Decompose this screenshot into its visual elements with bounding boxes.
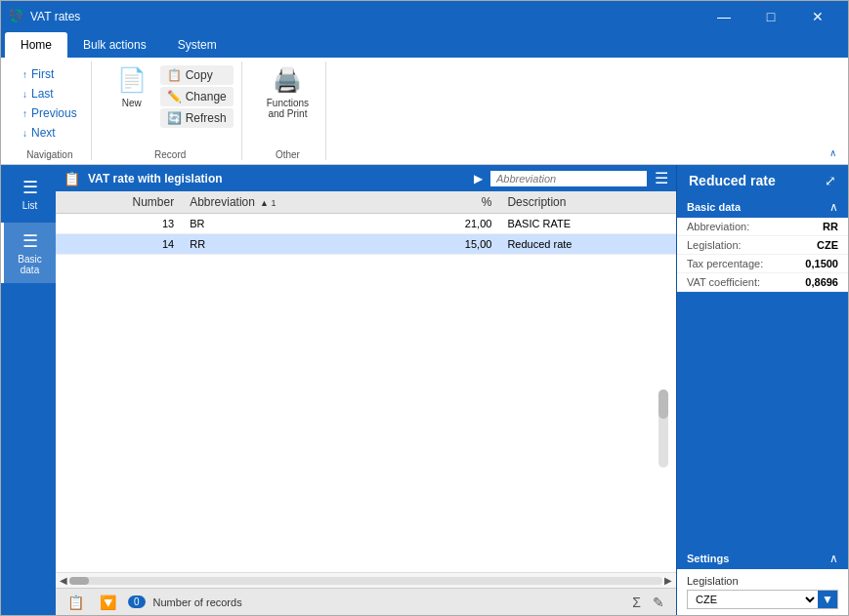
table-view-button[interactable]: 📋 — [64, 593, 88, 612]
ribbon-other-items: 🖨️ Functions and Print — [258, 62, 318, 145]
grid-search-input[interactable] — [490, 171, 647, 186]
ribbon-other-group: 🖨️ Functions and Print Other — [250, 62, 326, 160]
scroll-thumb[interactable] — [69, 577, 89, 585]
tab-system[interactable]: System — [162, 32, 233, 58]
legislation-select-wrap: CZE ▼ — [687, 590, 838, 609]
right-panel: Reduced rate ⤢ Basic data ∧ Abbreviation… — [676, 165, 848, 615]
grid-title: VAT rate with legislation — [88, 172, 466, 185]
cell-description: Reduced rate — [499, 234, 676, 255]
sidebar-item-basic-data[interactable]: ☰ Basic data — [1, 223, 56, 283]
grid-menu-button[interactable]: ☰ — [655, 169, 668, 187]
right-panel-spacer — [677, 292, 848, 548]
scroll-track[interactable] — [69, 577, 662, 585]
app-icon: 💱 — [9, 9, 24, 24]
first-button[interactable]: ↑ First — [17, 65, 83, 83]
scroll-right-icon[interactable]: ▶ — [664, 575, 672, 586]
edit-button[interactable]: ✎ — [649, 593, 668, 612]
table-header-row: Number Abbreviation ▲ 1 % Description — [56, 191, 676, 214]
change-button[interactable]: ✏️ Change — [160, 87, 233, 106]
right-basic-data-header: Basic data ∧ — [677, 196, 848, 218]
tax-percentage-label: Tax percentage: — [687, 258, 805, 269]
legislation-label: Legislation: — [687, 239, 817, 251]
right-settings-body: Legislation CZE ▼ — [677, 569, 848, 615]
refresh-button[interactable]: 🔄 Refresh — [160, 108, 233, 128]
right-settings-header: Settings ∧ — [677, 548, 848, 569]
table-row[interactable]: 14 RR 15,00 Reduced rate — [56, 234, 676, 255]
horizontal-scrollbar[interactable]: ◀ ▶ — [56, 572, 676, 588]
refresh-icon: 🔄 — [167, 111, 182, 125]
main-window: 💱 VAT rates — □ ✕ Home Bulk actions Syst… — [0, 0, 849, 616]
sidebar-item-list[interactable]: ☰ List — [1, 169, 56, 219]
cell-number: 13 — [56, 214, 182, 234]
legislation-select-dropdown-icon[interactable]: ▼ — [818, 591, 837, 608]
table-row[interactable]: 13 BR 21,00 BASIC RATE — [56, 214, 676, 234]
cell-abbreviation: BR — [182, 214, 405, 234]
cell-percent: 21,00 — [406, 214, 500, 234]
statusbar: 📋 🔽 0 Number of records Σ ✎ — [56, 588, 676, 615]
list-icon: ☰ — [22, 177, 38, 198]
new-button[interactable]: 📄 New — [107, 62, 156, 113]
functions-print-button[interactable]: 🖨️ Functions and Print — [258, 62, 318, 124]
grid-expand-icon[interactable]: ▶ — [474, 172, 483, 185]
close-button[interactable]: ✕ — [795, 1, 840, 32]
ribbon-record-items: 📄 New 📋 Copy ✏️ Change 🔄 Refresh — [107, 62, 233, 145]
abbreviation-value: RR — [823, 221, 838, 232]
tab-bar: Home Bulk actions System — [1, 32, 848, 58]
data-table: Number Abbreviation ▲ 1 % Description — [56, 191, 676, 255]
titlebar: 💱 VAT rates — □ ✕ — [1, 1, 848, 32]
window-controls: — □ ✕ — [701, 1, 840, 32]
print-icon: 🖨️ — [273, 66, 302, 94]
right-basic-data-title: Basic data — [687, 201, 741, 213]
col-number[interactable]: Number — [56, 191, 182, 214]
last-button[interactable]: ↓ Last — [17, 85, 83, 103]
right-panel-header: Reduced rate ⤢ — [677, 165, 848, 196]
first-icon: ↑ — [22, 69, 27, 80]
legislation-select[interactable]: CZE — [688, 591, 818, 608]
ribbon-collapse-button[interactable]: ∧ — [826, 145, 840, 160]
right-panel-external-icon[interactable]: ⤢ — [825, 173, 836, 188]
right-basic-data-collapse-icon[interactable]: ∧ — [829, 200, 838, 214]
right-row-legislation: Legislation: CZE — [677, 236, 848, 255]
change-icon: ✏️ — [167, 90, 182, 103]
copy-button[interactable]: 📋 Copy — [160, 65, 233, 85]
scroll-left-icon[interactable]: ◀ — [60, 575, 67, 586]
copy-icon: 📋 — [167, 68, 182, 82]
tax-percentage-value: 0,1500 — [805, 258, 838, 269]
next-button[interactable]: ↓ Next — [17, 124, 83, 142]
grid-header-icon: 📋 — [64, 171, 80, 186]
main-area: ☰ List ☰ Basic data 📋 VAT rate with legi… — [1, 165, 848, 615]
legislation-setting-label: Legislation — [687, 575, 838, 587]
content-area: 📋 VAT rate with legislation ▶ ☰ Number — [56, 165, 676, 615]
ribbon-navigation-group: ↑ First ↓ Last ↑ Previous ↓ Next — [9, 62, 92, 160]
sort-asc-icon: ▲ 1 — [260, 198, 276, 208]
tab-bulk-actions[interactable]: Bulk actions — [67, 32, 162, 58]
record-sub-buttons: 📋 Copy ✏️ Change 🔄 Refresh — [160, 62, 233, 132]
filter-count-badge: 0 — [128, 595, 146, 608]
col-percent[interactable]: % — [406, 191, 500, 214]
other-group-label: Other — [276, 145, 300, 160]
right-row-abbreviation: Abbreviation: RR — [677, 218, 848, 236]
navigation-group-label: Navigation — [26, 145, 72, 160]
col-description[interactable]: Description — [499, 191, 676, 214]
legislation-value: CZE — [817, 239, 838, 251]
new-icon: 📄 — [117, 66, 147, 94]
right-settings-collapse-icon[interactable]: ∧ — [829, 552, 838, 565]
sum-button[interactable]: Σ — [628, 593, 645, 612]
last-icon: ↓ — [22, 89, 27, 100]
right-row-tax-percentage: Tax percentage: 0,1500 — [677, 255, 848, 273]
right-settings-title: Settings — [687, 553, 729, 564]
right-basic-data-body: Abbreviation: RR Legislation: CZE Tax pe… — [677, 218, 848, 292]
minimize-button[interactable]: — — [701, 1, 746, 32]
tab-home[interactable]: Home — [5, 32, 67, 58]
right-panel-title: Reduced rate — [689, 173, 776, 188]
sidebar: ☰ List ☰ Basic data — [1, 165, 56, 615]
maximize-button[interactable]: □ — [748, 1, 793, 32]
ribbon-record-group: 📄 New 📋 Copy ✏️ Change 🔄 Refresh — [100, 62, 242, 160]
previous-button[interactable]: ↑ Previous — [17, 104, 83, 122]
next-icon: ↓ — [22, 128, 27, 139]
vat-coefficient-label: VAT coefficient: — [687, 276, 805, 288]
col-abbreviation[interactable]: Abbreviation ▲ 1 — [182, 191, 405, 214]
nav-buttons: ↑ First ↓ Last ↑ Previous ↓ Next — [17, 62, 83, 145]
filter-button[interactable]: 🔽 — [96, 593, 120, 612]
basic-data-icon: ☰ — [22, 230, 38, 252]
